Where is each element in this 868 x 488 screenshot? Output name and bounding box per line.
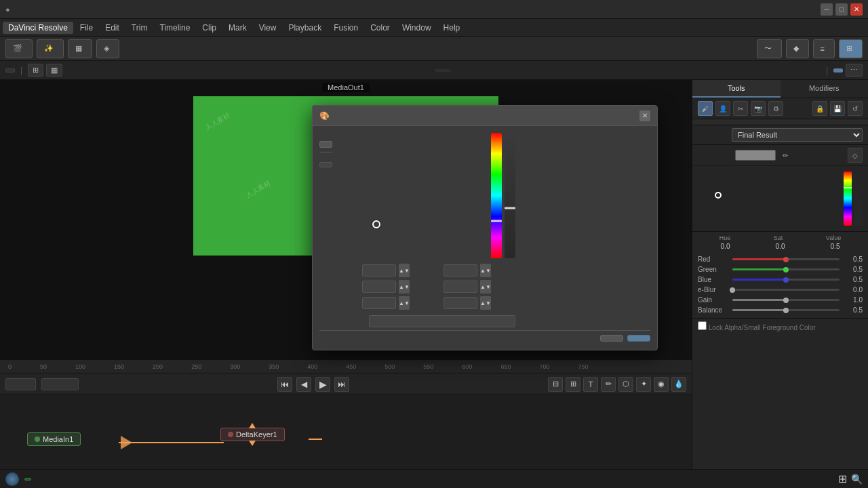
gradient-main[interactable] xyxy=(698,171,841,226)
mode-select[interactable]: Final Result Matte Status xyxy=(732,128,863,142)
lock-alpha-checkbox[interactable] xyxy=(698,321,707,330)
zoom-selector[interactable] xyxy=(5,68,15,73)
maximize-button[interactable]: □ xyxy=(835,3,848,16)
val-input[interactable] xyxy=(362,297,396,309)
balance-slider-track[interactable] xyxy=(732,309,840,311)
blue-input[interactable] xyxy=(443,297,477,309)
effects-library-button[interactable]: ✨ xyxy=(37,39,64,58)
sat-spin[interactable]: ▲▼ xyxy=(399,280,410,293)
insp-icon-reset[interactable]: ↺ xyxy=(848,101,863,116)
blue-slider-track[interactable] xyxy=(732,279,840,281)
menu-window[interactable]: Window xyxy=(397,22,437,34)
eblur-slider-thumb[interactable] xyxy=(730,287,735,293)
node-mediain1[interactable]: MediaIn1 xyxy=(27,432,81,446)
pick-screen-button[interactable] xyxy=(319,141,332,148)
menu-trim[interactable]: Trim xyxy=(126,22,153,34)
menu-playback[interactable]: Playback xyxy=(283,22,327,34)
close-button[interactable]: ✕ xyxy=(850,3,863,16)
skip-end-button[interactable]: ⏭ xyxy=(334,377,349,392)
node-deltakeyer1[interactable]: DeltaKeyer1 xyxy=(220,428,285,441)
dialog-close-button[interactable]: ✕ xyxy=(639,110,650,121)
hue-spin[interactable]: ▲▼ xyxy=(399,264,410,277)
inspector-active-tab[interactable] xyxy=(833,68,843,73)
green-slider-track[interactable] xyxy=(732,268,840,270)
playback-time[interactable] xyxy=(5,378,36,390)
insp-icon-settings[interactable]: ⚙ xyxy=(768,101,783,116)
balance-slider-thumb[interactable] xyxy=(783,308,789,313)
menu-fusion[interactable]: Fusion xyxy=(328,22,363,34)
red-slider-thumb[interactable] xyxy=(783,257,789,262)
green-spin[interactable]: ▲▼ xyxy=(480,280,491,293)
menu-davinci[interactable]: DaVinci Resolve xyxy=(3,22,73,34)
green-slider-row: Green 0.5 xyxy=(698,264,863,274)
color-reset-icon[interactable]: ◇ xyxy=(848,148,863,163)
alpha-slider[interactable] xyxy=(854,171,863,226)
color-swatch[interactable] xyxy=(735,150,776,161)
menu-help[interactable]: Help xyxy=(438,22,466,34)
tab-tools[interactable]: Tools xyxy=(692,80,781,98)
menu-edit[interactable]: Edit xyxy=(100,22,125,34)
clips-button[interactable]: ▦ xyxy=(68,39,92,58)
tool-btn-8[interactable]: 💧 xyxy=(671,377,686,392)
eblur-slider-track[interactable] xyxy=(732,289,840,291)
play-button[interactable]: ▶ xyxy=(315,377,330,392)
insp-icon-save[interactable]: 💾 xyxy=(830,101,845,116)
media-pool-button[interactable]: 🎬 xyxy=(5,39,33,58)
gain-slider-value: 1.0 xyxy=(844,296,863,304)
gain-slider-track[interactable] xyxy=(732,299,840,301)
insp-icon-transform[interactable]: ✂ xyxy=(733,101,748,116)
insp-icon-person[interactable]: 👤 xyxy=(715,101,730,116)
insp-icon-lens[interactable]: 📷 xyxy=(751,101,766,116)
tool-btn-3[interactable]: T xyxy=(583,377,598,392)
menu-view[interactable]: View xyxy=(254,22,282,34)
hue-input[interactable] xyxy=(362,264,396,277)
view-mode-button[interactable]: ▦ xyxy=(46,64,62,77)
blue-slider-thumb[interactable] xyxy=(783,277,789,283)
cancel-button[interactable] xyxy=(600,335,623,342)
inspector-button[interactable]: ⊞ xyxy=(839,39,863,58)
insp-icon-lock[interactable]: 🔒 xyxy=(812,101,827,116)
add-custom-button[interactable] xyxy=(319,162,332,167)
tool-btn-1[interactable]: ⊟ xyxy=(548,377,563,392)
blue-spin[interactable]: ▲▼ xyxy=(480,296,491,310)
metadata-button[interactable]: ≡ xyxy=(813,39,835,58)
taskbar-search[interactable]: 🔍 xyxy=(851,474,863,485)
insp-icon-paint[interactable]: 🖌 xyxy=(698,101,713,116)
green-input[interactable] xyxy=(443,281,477,293)
green-slider-thumb[interactable] xyxy=(783,267,789,272)
color-picker-button[interactable]: ✏ xyxy=(778,150,792,161)
dialog-alpha-slider[interactable] xyxy=(505,133,515,258)
red-slider-track[interactable] xyxy=(732,258,840,260)
taskbar-windows[interactable]: ⊞ xyxy=(838,472,847,485)
ok-button[interactable] xyxy=(627,335,650,342)
tool-btn-6[interactable]: ✦ xyxy=(636,377,651,392)
val-spin[interactable]: ▲▼ xyxy=(399,296,410,310)
menu-mark[interactable]: Mark xyxy=(223,22,252,34)
red-spin[interactable]: ▲▼ xyxy=(480,264,491,277)
red-input[interactable] xyxy=(443,264,477,277)
tool-btn-2[interactable]: ⊞ xyxy=(566,377,580,392)
sat-input[interactable] xyxy=(362,281,396,293)
hue-slider[interactable] xyxy=(844,171,852,226)
play-back-button[interactable]: ◀ xyxy=(296,377,311,392)
menu-timeline[interactable]: Timeline xyxy=(154,22,195,34)
dialog-hue-slider[interactable] xyxy=(491,133,502,258)
tool-btn-4[interactable]: ✏ xyxy=(601,377,616,392)
keyframes-button[interactable]: ◆ xyxy=(786,39,809,58)
tool-btn-5[interactable]: ⬡ xyxy=(618,377,633,392)
tool-btn-7[interactable]: ◉ xyxy=(654,377,669,392)
fit-button[interactable]: ⊞ xyxy=(28,64,43,77)
tab-modifiers[interactable]: Modifiers xyxy=(781,80,869,98)
more-options[interactable]: ⋯ xyxy=(846,64,863,77)
menu-color[interactable]: Color xyxy=(365,22,395,34)
frame-number[interactable] xyxy=(41,378,79,390)
nodes-button[interactable]: ◈ xyxy=(96,39,119,58)
color-spectrum[interactable] xyxy=(339,133,488,258)
html-input[interactable] xyxy=(369,315,515,327)
menu-clip[interactable]: Clip xyxy=(197,22,222,34)
skip-start-button[interactable]: ⏮ xyxy=(277,377,292,392)
minimize-button[interactable]: ─ xyxy=(821,3,833,16)
menu-file[interactable]: File xyxy=(75,22,98,34)
gain-slider-thumb[interactable] xyxy=(783,298,789,303)
spline-button[interactable]: 〜 xyxy=(757,39,782,58)
